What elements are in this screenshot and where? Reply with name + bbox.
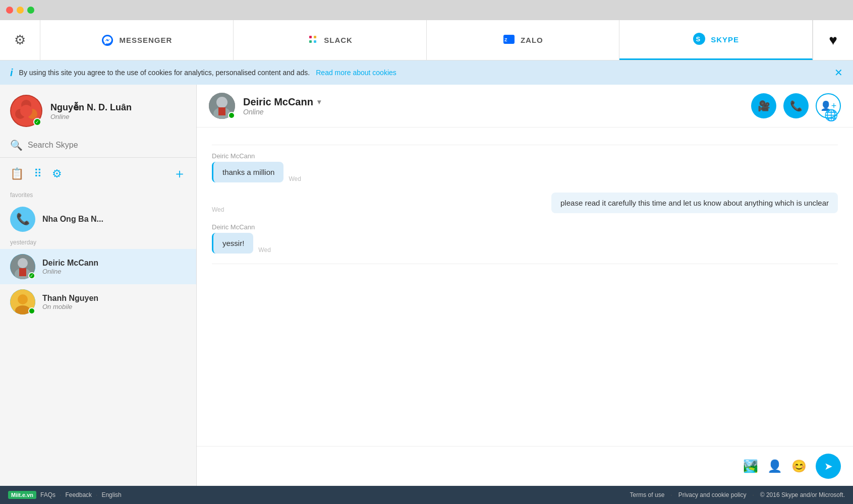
message-text-3: yessir! [222,239,244,247]
tab-messenger[interactable]: MESSENGER [40,20,234,60]
slack-icon [307,33,319,47]
message-bubble-1: thanks a million [212,162,283,182]
messenger-icon [101,34,114,47]
svg-rect-17 [19,268,26,276]
phone-call-icon: 📞 [790,100,803,112]
svg-rect-4 [314,40,316,43]
voice-call-button[interactable]: 📞 [783,93,809,118]
message-row-1: thanks a million Wed [212,162,838,182]
deiric-online-dot [28,272,35,279]
contact-thanh-nguyen[interactable]: Thanh Nguyen On mobile [0,284,196,320]
message-row-2: Wed please read it carefully this time a… [212,193,838,213]
svg-rect-2 [314,36,316,38]
cookie-text: By using this site you agree to the use … [19,69,310,77]
message-group-2: Wed please read it carefully this time a… [212,193,838,213]
add-contact-icon[interactable]: ＋ [173,165,186,182]
svg-point-13 [20,105,32,117]
contact-deiric-mccann[interactable]: Deiric McCann Online [0,249,196,284]
skype-icon: S [693,32,706,47]
contact-info-deiric: Deiric McCann Online [42,259,98,275]
contact-avatar-thanh [10,289,35,314]
settings-icon[interactable]: ⚙ [52,167,62,180]
zalo-icon: Z [502,33,516,47]
maximize-button[interactable] [27,7,34,14]
message-bubble-2: please read it carefully this time and l… [551,193,838,213]
contact-name-thanh: Thanh Nguyen [42,294,98,303]
contact-share-icon[interactable]: 👤 [767,459,782,473]
video-icon: 🎥 [758,100,770,112]
close-cookie-button[interactable]: ✕ [834,67,843,79]
image-attach-icon[interactable]: 🏞️ [743,459,758,473]
tab-messenger-label: MESSENGER [119,36,172,44]
footer-privacy[interactable]: Privacy and cookie policy [678,491,747,498]
heart-icon: ♥ [829,32,837,48]
message-time-1: Wed [289,175,301,182]
avatar [10,95,42,127]
settings-tab[interactable]: ⚙ [0,20,40,60]
tab-skype[interactable]: S SKYPE [619,20,813,60]
tab-bar: ⚙ MESSENGER SLACK Z ZALO [0,20,853,60]
profile-status: Online [50,113,132,120]
contact-avatar-deiric [10,254,35,279]
chat-contact-status: Online [243,108,751,116]
tab-zalo[interactable]: Z ZALO [427,20,620,60]
contact-info-thanh: Thanh Nguyen On mobile [42,294,98,310]
video-call-button[interactable]: 🎥 [751,93,776,118]
phone-icon: 📞 [10,207,35,232]
message-sender-3: Deiric McCann [212,223,838,231]
read-more-link[interactable]: Read more about cookies [316,69,396,77]
footer-feedback[interactable]: Feedback [65,491,92,498]
tab-zalo-label: ZALO [521,36,543,44]
footer-faqs[interactable]: FAQs [40,491,55,498]
divider-bottom [212,264,838,264]
contact-list: Favorites 📞 Nha Ong Ba N... yesterday [0,190,196,486]
info-icon: i [10,67,13,79]
message-sender-1: Deiric McCann [212,152,838,160]
chevron-down-icon[interactable]: ▾ [317,98,321,106]
message-group-3: Deiric McCann yessir! Wed [212,223,838,254]
divider-top [212,145,838,145]
footer-logo: Miit.e.vn [8,491,36,499]
profile-info: Nguyễn N. D. Luân Online [50,102,132,120]
svg-rect-3 [309,40,312,43]
message-bubble-3: yessir! [212,233,253,254]
globe-icon-wrap[interactable]: 🌐 [824,109,838,122]
contact-avatar-nha: 📞 [10,207,35,232]
contact-status-deiric: Online [42,268,98,275]
yesterday-label: yesterday [0,237,196,249]
tab-slack-label: SLACK [324,36,353,44]
emoji-icon[interactable]: 😊 [791,459,807,473]
message-text-1: thanks a million [222,168,274,176]
search-input[interactable] [28,141,186,150]
send-button[interactable]: ➤ [816,454,841,479]
svg-text:S: S [696,35,701,43]
traffic-lights [6,7,34,14]
sidebar: Nguyễn N. D. Luân Online 🔍 📋 ⠿ ⚙ ＋ Favor… [0,85,197,486]
svg-point-22 [216,97,228,108]
grid-icon[interactable]: ⠿ [34,167,42,180]
chat-header: Deiric McCann ▾ Online 🎥 📞 👤+ 🌐 [197,85,853,128]
chat-area: Deiric McCann ▾ Online 🎥 📞 👤+ 🌐 [197,85,853,486]
svg-rect-24 [218,107,225,115]
footer-terms[interactable]: Terms of use [630,491,665,498]
contact-nha-ong-ba[interactable]: 📞 Nha Ong Ba N... [0,202,196,237]
search-icon: 🔍 [10,139,23,151]
message-time-3: Wed [258,246,270,254]
footer-language[interactable]: English [101,491,121,498]
svg-text:Z: Z [504,37,508,42]
close-button[interactable] [6,7,13,14]
footer-copyright: © 2016 Skype and/or Microsoft. [760,491,845,498]
globe-icon: 🌐 [824,109,838,121]
favorites-label: Favorites [0,190,196,202]
minimize-button[interactable] [17,7,24,14]
contacts-icon[interactable]: 📋 [10,167,24,180]
main-layout: Nguyễn N. D. Luân Online 🔍 📋 ⠿ ⚙ ＋ Favor… [0,85,853,486]
tab-slack[interactable]: SLACK [234,20,427,60]
send-icon: ➤ [824,460,833,472]
chat-header-online-dot [228,112,235,119]
favorites-button[interactable]: ♥ [813,20,853,60]
chat-header-avatar [209,93,235,119]
gear-icon: ⚙ [14,32,26,48]
footer-right-links: Terms of use · Privacy and cookie policy… [630,491,845,498]
sidebar-toolbar: 📋 ⠿ ⚙ ＋ [0,158,196,190]
